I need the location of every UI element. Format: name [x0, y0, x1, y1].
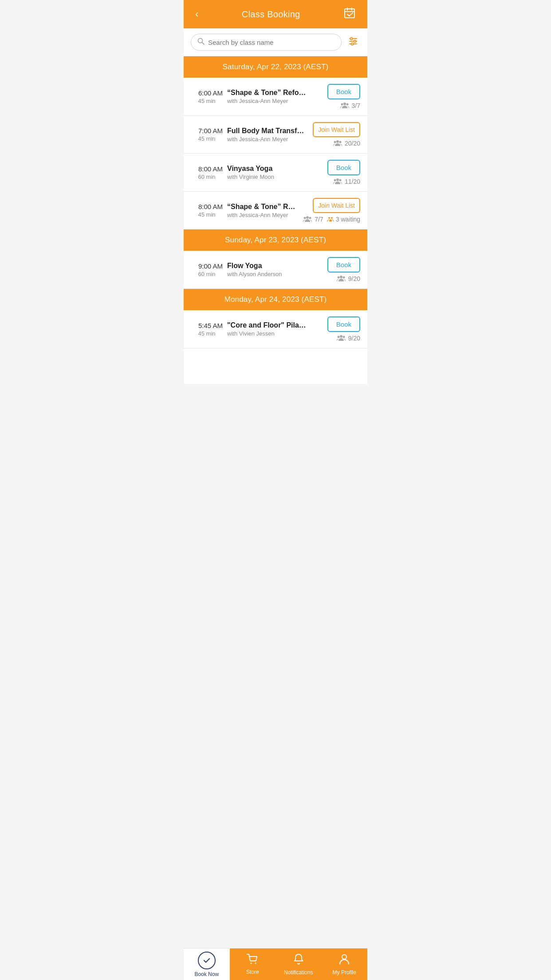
table-row: 8:00 AM 60 min Vinyasa Yoga with Virgini…	[184, 154, 367, 192]
capacity-count: 9/20	[348, 275, 360, 282]
class-name: "Core and Floor" Pilates	[227, 321, 307, 329]
svg-point-13	[343, 103, 346, 105]
capacity-row: 9/20	[337, 335, 360, 342]
table-row: 9:00 AM 60 min Flow Yoga with Alyson And…	[184, 251, 367, 289]
class-action-area: Book 9/20	[311, 257, 360, 282]
class-time: 7:00 AM 45 min	[191, 127, 223, 142]
book-button[interactable]: Book	[327, 84, 360, 99]
search-icon	[197, 38, 205, 47]
svg-point-24	[328, 217, 330, 219]
class-action-area: Book 11/20	[311, 160, 360, 185]
capacity-row: 3/7	[340, 102, 360, 109]
class-time: 9:00 AM 60 min	[191, 262, 223, 277]
class-name: Full Body Mat Transfor...	[227, 127, 307, 135]
capacity-info: 9/20	[337, 335, 360, 342]
book-button[interactable]: Book	[327, 257, 360, 273]
class-duration: 45 min	[191, 135, 223, 142]
class-duration: 60 min	[191, 271, 223, 277]
capacity-count: 9/20	[348, 335, 360, 342]
search-input-wrapper[interactable]	[191, 34, 342, 51]
capacity-row: 9/20	[337, 275, 360, 282]
class-info: “Shape & Tone” Reformer P... with Jessic…	[227, 89, 307, 104]
app-header: ‹ Class Booking	[184, 0, 367, 28]
class-info: Full Body Mat Transfor... with Jessica-A…	[227, 127, 307, 142]
svg-point-15	[334, 141, 336, 143]
class-name: “Shape & Tone” Refor...	[227, 203, 299, 211]
class-duration: 60 min	[191, 174, 223, 180]
class-action-area: Join Wait List 7/7	[303, 198, 360, 223]
svg-rect-0	[345, 9, 354, 18]
capacity-row: 20/20	[333, 140, 360, 147]
book-button[interactable]: Book	[327, 316, 360, 332]
class-time-hour: 6:00 AM	[191, 89, 223, 97]
capacity-icon	[340, 102, 349, 109]
capacity-count: 11/20	[345, 178, 360, 185]
capacity-info: 3/7	[340, 102, 360, 109]
class-info: Flow Yoga with Alyson Anderson	[227, 262, 307, 277]
class-info: "Core and Floor" Pilates with Vivien Jes…	[227, 321, 307, 337]
waitlist-button[interactable]: Join Wait List	[313, 122, 360, 137]
waiting-icon	[327, 216, 334, 223]
capacity-icon	[303, 216, 312, 223]
capacity-info: 11/20	[333, 178, 360, 185]
svg-point-19	[336, 178, 339, 181]
class-time-hour: 8:00 AM	[191, 165, 223, 173]
class-list: Saturday, Apr 22, 2023 (AEST) 6:00 AM 45…	[184, 56, 367, 384]
class-instructor: with Jessica-Ann Meyer	[227, 98, 307, 104]
class-duration: 45 min	[191, 211, 223, 218]
class-duration: 45 min	[191, 330, 223, 337]
waitlist-button[interactable]: Join Wait List	[313, 198, 360, 213]
search-input[interactable]	[208, 39, 335, 46]
back-button[interactable]: ‹	[192, 7, 202, 22]
svg-point-20	[339, 179, 341, 182]
class-info: “Shape & Tone” Refor... with Jessica-Ann…	[227, 203, 299, 218]
capacity-icon	[333, 178, 342, 185]
svg-point-16	[336, 140, 339, 143]
svg-point-9	[354, 40, 356, 42]
class-info: Vinyasa Yoga with Virginie Moon	[227, 165, 307, 180]
class-time: 5:45 AM 45 min	[191, 322, 223, 337]
filter-icon[interactable]	[346, 34, 360, 51]
svg-point-22	[306, 216, 309, 219]
svg-point-7	[350, 37, 353, 40]
class-instructor: with Jessica-Ann Meyer	[227, 212, 299, 218]
book-button[interactable]: Book	[327, 160, 360, 175]
capacity-icon	[337, 335, 346, 342]
class-instructor: with Vivien Jessen	[227, 330, 307, 337]
svg-point-29	[337, 336, 339, 338]
class-duration: 45 min	[191, 98, 223, 104]
class-instructor: with Alyson Anderson	[227, 271, 307, 277]
table-row: 7:00 AM 45 min Full Body Mat Transfor...…	[184, 116, 367, 154]
table-row: 5:45 AM 45 min "Core and Floor" Pilates …	[184, 310, 367, 348]
class-time: 8:00 AM 60 min	[191, 165, 223, 180]
capacity-info: 7/7	[303, 216, 323, 223]
svg-point-23	[309, 217, 311, 219]
svg-point-25	[331, 217, 333, 219]
class-name: Flow Yoga	[227, 262, 307, 270]
svg-point-11	[351, 43, 354, 45]
svg-line-5	[202, 43, 205, 45]
svg-point-18	[334, 179, 336, 182]
capacity-row: 7/7 3 waiting	[303, 216, 360, 223]
class-time-hour: 9:00 AM	[191, 262, 223, 270]
capacity-icon	[337, 275, 346, 282]
capacity-count: 3/7	[352, 102, 360, 109]
capacity-info: 9/20	[337, 275, 360, 282]
capacity-count: 7/7	[315, 216, 323, 223]
page-title: Class Booking	[242, 9, 300, 20]
class-action-area: Book 9/20	[311, 316, 360, 342]
class-name: “Shape & Tone” Reformer P...	[227, 89, 307, 97]
capacity-row: 11/20	[333, 178, 360, 185]
waiting-info: 3 waiting	[327, 216, 360, 223]
class-instructor: with Virginie Moon	[227, 174, 307, 180]
capacity-info: 20/20	[333, 140, 360, 147]
svg-point-14	[346, 103, 348, 106]
calendar-icon[interactable]	[340, 5, 359, 24]
svg-point-21	[304, 217, 306, 219]
class-time: 8:00 AM 45 min	[191, 203, 223, 218]
svg-point-12	[341, 103, 343, 106]
class-time-hour: 8:00 AM	[191, 203, 223, 210]
class-time-hour: 5:45 AM	[191, 322, 223, 329]
svg-point-30	[340, 335, 342, 338]
svg-point-26	[337, 277, 339, 279]
